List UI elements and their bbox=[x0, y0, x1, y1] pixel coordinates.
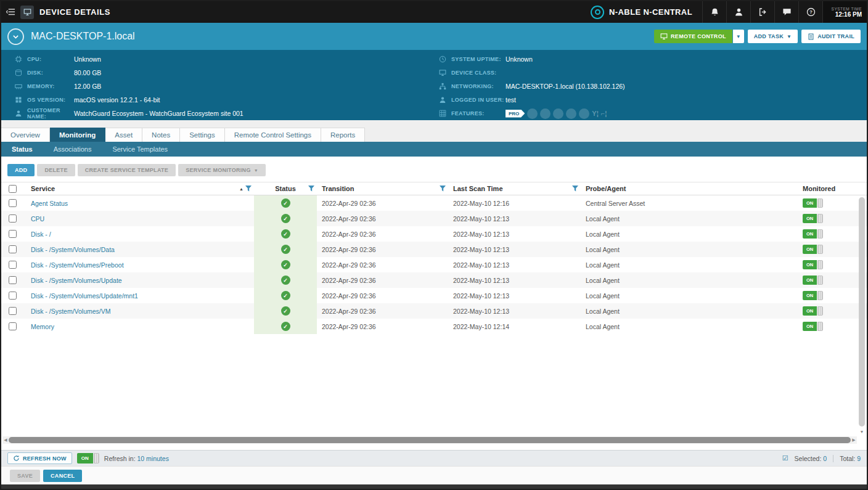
info-label: DEVICE CLASS: bbox=[451, 70, 506, 76]
row-checkbox[interactable] bbox=[9, 261, 17, 269]
tab-notes[interactable]: Notes bbox=[142, 128, 180, 142]
device-info-left-column: CPU: Unknown DISK: 80.00 GB MEMORY: 12.0… bbox=[1, 52, 433, 120]
logged-in-user-icon bbox=[439, 96, 446, 104]
refresh-interval-link[interactable]: 10 minutes bbox=[137, 455, 169, 462]
collapse-device-info-icon[interactable] bbox=[7, 28, 24, 45]
system-time-label: SYSTEM TIME bbox=[832, 7, 862, 11]
status-cell: ✓ bbox=[254, 195, 317, 211]
tab-monitoring[interactable]: Monitoring bbox=[50, 128, 105, 142]
service-monitoring-button[interactable]: SERVICE MONITORING▼ bbox=[178, 164, 266, 176]
column-header-service[interactable]: Service ▲ bbox=[26, 182, 254, 195]
monitored-toggle[interactable]: ON bbox=[803, 322, 823, 331]
service-link[interactable]: Memory bbox=[31, 323, 54, 330]
add-task-button[interactable]: ADD TASK▼ bbox=[748, 30, 798, 43]
service-link[interactable]: Disk - /System/Volumes/Data bbox=[31, 246, 115, 253]
help-icon[interactable] bbox=[798, 1, 822, 23]
row-checkbox[interactable] bbox=[9, 199, 17, 207]
memory-value: 12.00 GB bbox=[74, 83, 101, 90]
save-button[interactable]: SAVE bbox=[10, 470, 40, 482]
last-scan-cell: 2022-May-10 12:13 bbox=[448, 303, 581, 319]
filter-icon[interactable] bbox=[245, 186, 252, 192]
service-link[interactable]: Disk - / bbox=[31, 231, 51, 238]
notifications-bell-icon[interactable] bbox=[702, 1, 726, 23]
row-checkbox[interactable] bbox=[9, 322, 17, 330]
row-checkbox[interactable] bbox=[9, 292, 17, 300]
monitored-toggle[interactable]: ON bbox=[803, 198, 823, 208]
service-link[interactable]: Disk - /System/Volumes/Update bbox=[31, 277, 122, 284]
column-header-probe-agent[interactable]: Probe/Agent bbox=[581, 182, 798, 195]
monitored-toggle[interactable]: ON bbox=[803, 245, 823, 254]
tab-reports[interactable]: Reports bbox=[321, 128, 365, 142]
user-account-icon[interactable] bbox=[726, 1, 750, 23]
monitored-toggle[interactable]: ON bbox=[803, 229, 823, 239]
transition-cell: 2022-Apr-29 02:36 bbox=[317, 303, 448, 319]
create-service-template-button[interactable]: CREATE SERVICE TEMPLATE bbox=[78, 164, 176, 176]
tab-remote-control-settings[interactable]: Remote Control Settings bbox=[225, 128, 321, 142]
subtab-status[interactable]: Status bbox=[1, 142, 43, 157]
auto-refresh-toggle[interactable]: ON bbox=[77, 453, 99, 463]
filter-icon[interactable] bbox=[308, 186, 314, 192]
sort-ascending-icon[interactable]: ▲ bbox=[239, 187, 244, 191]
service-link[interactable]: Disk - /System/Volumes/Preboot bbox=[31, 261, 124, 269]
select-all-checkbox[interactable] bbox=[9, 185, 17, 193]
collapse-menu-icon[interactable] bbox=[1, 1, 20, 23]
horizontal-scrollbar-thumb[interactable] bbox=[9, 437, 851, 443]
service-link[interactable]: Disk - /System/Volumes/Update/mnt1 bbox=[31, 292, 138, 300]
service-link[interactable]: Disk - /System/Volumes/VM bbox=[31, 308, 111, 315]
row-checkbox[interactable] bbox=[9, 230, 17, 238]
column-header-transition[interactable]: Transition bbox=[317, 182, 448, 195]
monitored-toggle[interactable]: ON bbox=[803, 260, 823, 269]
remote-control-group: REMOTE CONTROL ▼ bbox=[654, 30, 744, 43]
logged-in-user-value: test bbox=[506, 96, 516, 104]
customer-icon bbox=[15, 110, 22, 117]
scroll-down-arrow-icon[interactable]: ▼ bbox=[858, 428, 866, 435]
monitored-toggle[interactable]: ON bbox=[803, 214, 823, 223]
scroll-right-arrow-icon[interactable]: ▶ bbox=[851, 438, 857, 443]
audit-trail-button[interactable]: AUDIT TRAIL bbox=[801, 30, 861, 43]
cancel-button[interactable]: CANCEL bbox=[43, 470, 82, 482]
scroll-left-arrow-icon[interactable]: ◀ bbox=[2, 438, 9, 443]
logout-icon[interactable] bbox=[750, 1, 774, 23]
system-time: SYSTEM TIME 12:16 PM bbox=[822, 1, 867, 23]
info-icon bbox=[540, 108, 551, 119]
status-cell: ✓ bbox=[254, 211, 317, 226]
status-cell: ✓ bbox=[254, 272, 317, 288]
probe-agent-cell: Central Server Asset bbox=[581, 195, 798, 211]
last-scan-cell: 2022-May-10 12:13 bbox=[448, 226, 581, 242]
remote-control-dropdown-icon[interactable]: ▼ bbox=[733, 30, 744, 43]
filter-icon[interactable] bbox=[440, 186, 446, 192]
tab-settings[interactable]: Settings bbox=[180, 128, 225, 142]
chat-icon[interactable] bbox=[774, 1, 798, 23]
service-link[interactable]: Agent Status bbox=[31, 200, 68, 207]
uptime-clock-icon bbox=[439, 55, 446, 63]
row-checkbox[interactable] bbox=[9, 307, 17, 315]
remote-control-button[interactable]: REMOTE CONTROL bbox=[654, 30, 732, 43]
add-button[interactable]: ADD bbox=[7, 164, 35, 176]
vertical-scrollbar-thumb[interactable] bbox=[859, 197, 865, 427]
delete-button[interactable]: DELETE bbox=[37, 164, 75, 176]
monitored-toggle[interactable]: ON bbox=[803, 291, 823, 300]
row-checkbox[interactable] bbox=[9, 214, 17, 223]
tab-overview[interactable]: Overview bbox=[1, 128, 50, 142]
refresh-now-button[interactable]: REFRESH NOW bbox=[7, 452, 72, 464]
probe-agent-cell: Local Agent bbox=[581, 226, 798, 242]
monitored-toggle[interactable]: ON bbox=[803, 276, 823, 285]
table-header-row: Service ▲ Status Transition Last Scan Ti… bbox=[1, 182, 867, 195]
row-checkbox[interactable] bbox=[9, 245, 17, 253]
last-scan-cell: 2022-May-10 12:14 bbox=[448, 319, 581, 334]
service-link[interactable]: CPU bbox=[31, 215, 44, 223]
transition-cell: 2022-Apr-29 02:36 bbox=[317, 226, 448, 242]
row-checkbox[interactable] bbox=[9, 276, 17, 284]
last-scan-cell: 2022-May-10 12:13 bbox=[448, 272, 581, 288]
subtab-associations[interactable]: Associations bbox=[43, 142, 102, 157]
status-ok-icon: ✓ bbox=[281, 260, 290, 269]
cpu-icon bbox=[15, 55, 22, 63]
table-toolbar: ADD DELETE CREATE SERVICE TEMPLATE SERVI… bbox=[7, 164, 867, 176]
column-header-last-scan-time[interactable]: Last Scan Time bbox=[448, 182, 581, 195]
selected-checkbox-icon: ☑ bbox=[782, 454, 788, 462]
tab-asset[interactable]: Asset bbox=[105, 128, 142, 142]
filter-icon[interactable] bbox=[572, 186, 578, 192]
subtab-service-templates[interactable]: Service Templates bbox=[102, 142, 178, 157]
monitored-toggle[interactable]: ON bbox=[803, 306, 823, 316]
column-header-status[interactable]: Status bbox=[254, 182, 317, 195]
